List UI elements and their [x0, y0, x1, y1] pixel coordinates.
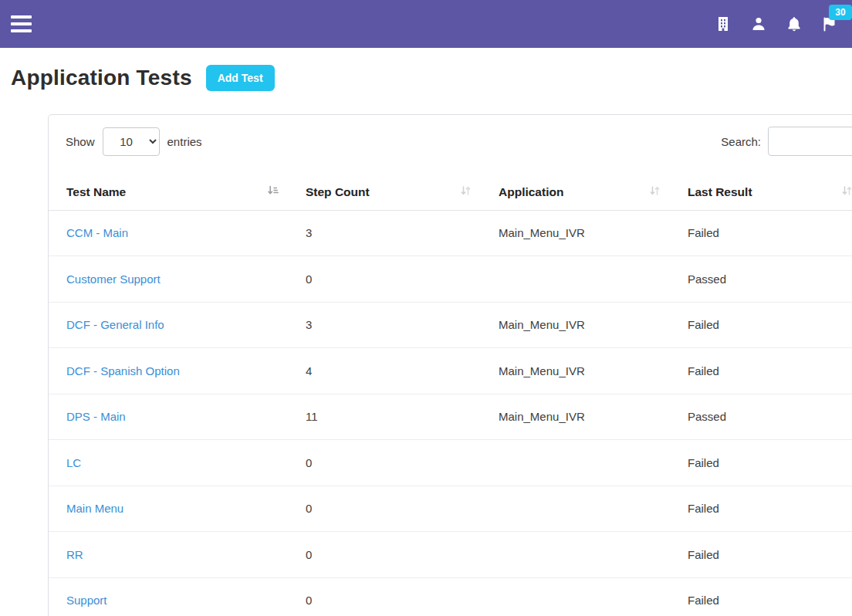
application-tests-table: Test Name Step Count — [49, 175, 852, 616]
test-name-cell: LC — [49, 440, 288, 486]
search-input[interactable] — [768, 127, 852, 156]
test-name-cell: Main Menu — [49, 486, 288, 532]
test-name-link[interactable]: DCF - General Info — [66, 318, 164, 331]
application-cell — [481, 440, 670, 486]
test-name-cell: DCF - Spanish Option — [49, 348, 288, 394]
step-count-cell: 3 — [288, 210, 481, 256]
notification-count-badge: 30 — [829, 5, 852, 20]
test-name-link[interactable]: Main Menu — [66, 502, 123, 515]
show-label: Show — [66, 135, 95, 148]
test-name-cell: RR — [49, 532, 288, 578]
table-row: DPS - Main 11 Main_Menu_IVR Passed — [49, 394, 852, 440]
test-name-cell: Support — [49, 577, 288, 616]
test-name-link[interactable]: RR — [66, 548, 83, 561]
column-header-last-result[interactable]: Last Result — [670, 175, 852, 210]
add-test-button[interactable]: Add Test — [206, 65, 275, 91]
last-result-cell: Failed — [670, 532, 852, 578]
last-result-cell: Failed — [670, 486, 852, 532]
table-row: RR 0 Failed — [49, 532, 852, 578]
tests-card: Show 10 entries Search: Test Name — [48, 114, 852, 616]
last-result-cell: Failed — [670, 348, 852, 394]
test-name-link[interactable]: CCM - Main — [66, 226, 128, 239]
test-name-link[interactable]: DPS - Main — [66, 410, 126, 423]
sort-both-icon — [841, 185, 852, 200]
step-count-cell: 0 — [288, 486, 481, 532]
test-name-link[interactable]: Customer Support — [66, 272, 161, 286]
application-cell: Main_Menu_IVR — [481, 394, 670, 440]
application-cell — [481, 256, 670, 303]
notifications-button[interactable] — [776, 3, 812, 45]
sort-both-icon — [460, 185, 472, 200]
sort-ascending-icon — [267, 185, 279, 200]
test-name-link[interactable]: Support — [66, 594, 107, 607]
search-control: Search: — [721, 127, 852, 156]
step-count-cell: 11 — [288, 394, 481, 440]
application-cell: Main_Menu_IVR — [481, 210, 670, 256]
application-cell — [481, 486, 670, 532]
application-cell: Main_Menu_IVR — [481, 302, 670, 348]
test-name-link[interactable]: LC — [66, 456, 81, 469]
last-result-cell: Failed — [670, 210, 852, 256]
building-icon — [715, 15, 731, 32]
sort-both-icon — [649, 185, 661, 200]
top-navbar: 30 — [0, 0, 852, 48]
last-result-cell: Passed — [670, 256, 852, 303]
test-name-cell: DCF - General Info — [49, 302, 288, 348]
flag-button[interactable]: 30 — [812, 3, 847, 45]
table-row: Main Menu 0 Failed — [49, 486, 852, 532]
test-name-cell: CCM - Main — [49, 210, 288, 256]
step-count-cell: 0 — [288, 577, 481, 616]
table-controls: Show 10 entries Search: — [49, 126, 852, 157]
step-count-cell: 3 — [288, 302, 481, 348]
table-row: CCM - Main 3 Main_Menu_IVR Failed — [49, 210, 852, 256]
column-header-application[interactable]: Application — [481, 175, 670, 210]
last-result-cell: Passed — [670, 394, 852, 440]
column-header-step-count[interactable]: Step Count — [288, 175, 481, 210]
test-name-link[interactable]: DCF - Spanish Option — [66, 364, 180, 377]
building-button[interactable] — [705, 3, 741, 45]
last-result-cell: Failed — [670, 302, 852, 348]
last-result-cell: Failed — [670, 440, 852, 486]
page-header: Application Tests Add Test — [0, 48, 852, 91]
bell-icon — [786, 15, 803, 32]
page-title: Application Tests — [11, 66, 192, 90]
user-icon — [750, 15, 767, 32]
table-row: LC 0 Failed — [49, 440, 852, 486]
test-name-cell: DPS - Main — [49, 394, 288, 440]
show-entries-control: Show 10 entries — [66, 127, 202, 156]
table-row: Customer Support 0 Passed — [49, 256, 852, 303]
page-size-select[interactable]: 10 — [103, 127, 160, 156]
table-header-row: Test Name Step Count — [49, 175, 852, 210]
user-button[interactable] — [741, 3, 776, 45]
navbar-actions: 30 — [705, 0, 847, 48]
table-row: Support 0 Failed — [49, 577, 852, 616]
step-count-cell: 0 — [288, 440, 481, 486]
table-row: DCF - Spanish Option 4 Main_Menu_IVR Fai… — [49, 348, 852, 394]
step-count-cell: 0 — [288, 256, 481, 303]
last-result-cell: Failed — [670, 577, 852, 616]
table-row: DCF - General Info 3 Main_Menu_IVR Faile… — [49, 302, 852, 348]
step-count-cell: 4 — [288, 348, 481, 394]
entries-label: entries — [167, 135, 202, 148]
column-header-test-name[interactable]: Test Name — [49, 175, 288, 210]
application-cell — [481, 577, 670, 616]
menu-toggle-button[interactable] — [11, 15, 32, 32]
step-count-cell: 0 — [288, 532, 481, 578]
application-cell: Main_Menu_IVR — [481, 348, 670, 394]
application-cell — [481, 532, 670, 578]
search-label: Search: — [721, 135, 761, 148]
test-name-cell: Customer Support — [49, 256, 288, 303]
